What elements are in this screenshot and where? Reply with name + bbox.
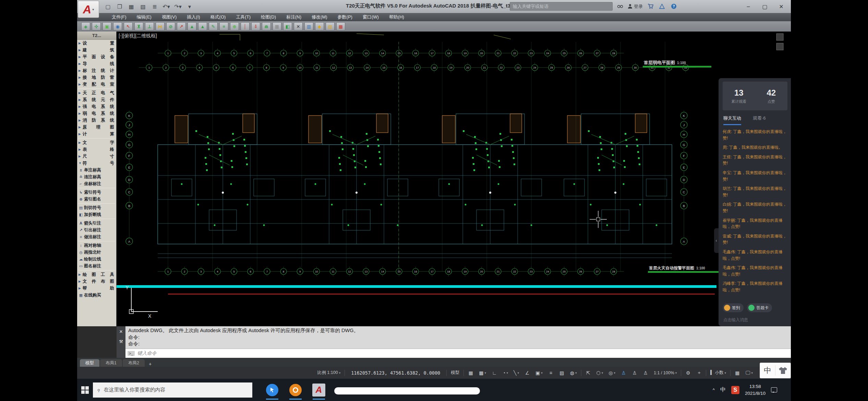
toolbar-icon-14[interactable]: ≡ <box>219 22 228 31</box>
toolbar-icon-25[interactable]: ▩ <box>336 22 345 31</box>
tray-ime-indicator[interactable]: 中 <box>720 386 726 393</box>
close-icon[interactable]: ✕ <box>119 329 123 334</box>
ortho-toggle[interactable]: ∟ <box>489 368 499 377</box>
notification-center-icon[interactable] <box>771 387 777 392</box>
palette-item-强电系统[interactable]: ▶强电系统 <box>77 103 116 110</box>
toolbar-icon-6[interactable]: ⊻ <box>134 22 143 31</box>
palette-item-设置[interactable]: ▶设置 <box>77 40 116 47</box>
toolbar-icon-13[interactable]: ✎ <box>209 22 218 31</box>
scale-person-2[interactable]: ♙ <box>640 368 651 377</box>
grid-toggle[interactable]: ▦ <box>466 368 476 377</box>
ime-language-indicator[interactable]: 中 <box>760 365 775 376</box>
menu-8[interactable]: 标注(N) <box>281 13 306 21</box>
infocenter-search-input[interactable]: 输入关键字或短语 <box>510 2 613 11</box>
annotation-scale-person[interactable]: ♙ <box>618 368 629 377</box>
taskbar-clock[interactable]: 13:58 2021/8/10 <box>745 383 765 397</box>
menu-3[interactable]: 视图(V) <box>157 13 182 21</box>
ime-float-toolbar[interactable]: 中 <box>760 363 791 378</box>
palette-item-原理图[interactable]: ▶原理图 <box>77 124 116 131</box>
save-as-icon[interactable]: ▧ <box>139 2 147 11</box>
panel-collapse-handle[interactable]: ‹ <box>714 228 719 253</box>
model-space-toggle[interactable]: 模型 <box>448 368 462 377</box>
palette-item-单注标高[interactable]: ±单注标高 <box>77 167 116 173</box>
chat-tab-聊天互动[interactable]: 聊天互动 <box>723 115 741 125</box>
toolbar-icon-19[interactable]: ▦ <box>273 22 281 31</box>
isodraft-toggle[interactable]: ╲▾ <box>511 368 521 377</box>
lineweight-toggle[interactable]: ≡ <box>546 368 556 377</box>
menu-4[interactable]: 插入(I) <box>182 13 205 21</box>
chat-button-答题卡[interactable]: 答题卡 <box>747 303 772 312</box>
selection-cycling-toggle[interactable]: ◍▾ <box>568 368 579 377</box>
menu-11[interactable]: 窗口(W) <box>358 13 384 21</box>
taskbar-search-input[interactable]: ⌕ 在这里输入你要搜索的内容 <box>93 382 252 398</box>
palette-item-箭头引注[interactable]: A箭头引注 <box>77 220 116 227</box>
taskbar-app-autocad[interactable]: A <box>311 380 326 400</box>
palette-item-符号[interactable]: ▼符号 <box>77 160 116 167</box>
autocad-app-menu-button[interactable]: A ▾ <box>78 1 99 18</box>
toolbar-icon-12[interactable]: ▲ <box>198 22 207 31</box>
menu-7[interactable]: 绘图(D) <box>256 13 281 21</box>
open-file-icon[interactable]: ❒ <box>116 2 124 11</box>
command-input-row[interactable]: >_ 键入命令 <box>125 349 791 358</box>
chat-input[interactable]: 点击输入消息 <box>723 316 787 324</box>
menu-6[interactable]: 工具(T) <box>231 13 256 21</box>
close-button[interactable]: ✕ <box>774 1 789 12</box>
toolbar-icon-24[interactable]: ▧ <box>326 22 335 31</box>
store-cart-icon[interactable] <box>646 2 654 11</box>
ime-skin-icon[interactable] <box>775 367 791 374</box>
sogou-input-icon[interactable]: S <box>731 386 739 394</box>
toolbar-icon-1[interactable]: ◈ <box>81 22 90 31</box>
toolbar-icon-10[interactable]: ↗ <box>177 22 186 31</box>
palette-item-接地防雷[interactable]: ▶接地防雷 <box>77 74 116 81</box>
layout-tab-布局2[interactable]: 布局2 <box>123 359 145 367</box>
palette-item-加折断线[interactable]: ◧加折断线 <box>77 211 116 218</box>
autoscale-person[interactable]: ♙ <box>629 368 640 377</box>
palette-item-画对称轴[interactable]: ↕画对称轴 <box>77 242 116 249</box>
polar-toggle[interactable]: ◔▾ <box>500 368 510 377</box>
annotation-visibility-toggle[interactable]: ◎▾ <box>606 368 618 377</box>
annotation-monitor-toggle[interactable]: ⇱ <box>583 368 593 377</box>
command-prompt-icon[interactable]: >_ <box>128 351 135 356</box>
sign-in-button[interactable]: 登录 <box>628 3 643 10</box>
chat-button-签到[interactable]: 签到 <box>723 303 744 312</box>
toolbar-icon-22[interactable]: ▥ <box>304 22 313 31</box>
plot-icon[interactable]: ≣ <box>150 2 159 11</box>
toolbar-icon-5[interactable]: ↖ <box>124 22 133 31</box>
annotation-scale-selector[interactable]: 1:1 / 100%▾ <box>651 368 679 377</box>
toolbar-icon-16[interactable]: │ <box>241 22 250 31</box>
palette-item-做法标注[interactable]: ≡做法标注 <box>77 233 116 240</box>
palette-item-建筑[interactable]: ▶建筑 <box>77 47 116 53</box>
toolbar-icon-4[interactable]: ◉ <box>113 22 122 31</box>
calculator-icon[interactable]: ▦ <box>732 368 743 377</box>
toolbar-icon-23[interactable]: ◆ <box>315 22 324 31</box>
toolbar-icon-20[interactable]: ◧ <box>283 22 292 31</box>
display-monitor-icon[interactable]: 🖵▾ <box>743 368 755 377</box>
palette-item-在线购买[interactable]: ▦在线购买 <box>77 292 116 299</box>
palette-item-连注标高[interactable]: ≐连注标高 <box>77 173 116 180</box>
workspace-gear-icon[interactable]: ⚙ <box>683 368 693 377</box>
start-button[interactable] <box>77 379 93 401</box>
palette-item-尺寸[interactable]: ▶尺寸 <box>77 153 116 160</box>
palette-item-帮助[interactable]: ▶帮助 <box>77 285 116 292</box>
palette-item-文字[interactable]: ▶文字 <box>77 139 116 146</box>
toolbar-icon-8[interactable]: ⋈ <box>156 22 165 31</box>
dynamic-input-toggle[interactable]: ▣▾ <box>533 368 545 377</box>
menu-5[interactable]: 格式(O) <box>205 13 231 21</box>
palette-title[interactable]: T2... <box>77 32 116 40</box>
undo-button[interactable]: ↶▾ <box>162 2 170 11</box>
menu-9[interactable]: 修改(M) <box>306 13 333 21</box>
chat-tab-观看·6[interactable]: 观看·6 <box>753 115 766 125</box>
add-layout-button[interactable]: + <box>145 361 155 367</box>
palette-item-绘图工具[interactable]: ▶绘图工具 <box>77 271 116 278</box>
palette-item-天正电气[interactable]: ▶天正电气 <box>77 89 116 96</box>
menu-2[interactable]: 编辑(E) <box>132 13 157 21</box>
chat-message-list[interactable]: 何虎: 丁鑫，我来围观你的直播啦，赞!周: 丁鑫，我来围观你的直播啦。王煜: 丁… <box>723 129 787 301</box>
transparency-toggle[interactable]: ▨ <box>557 368 567 377</box>
isolate-plus-icon[interactable]: ＋ <box>694 368 704 377</box>
palette-item-计算[interactable]: ▶计算 <box>77 131 116 137</box>
save-icon[interactable]: ▦ <box>127 2 135 11</box>
qat-dropdown-icon[interactable]: ▾ <box>185 2 194 11</box>
workspace-toggle[interactable]: ⬡▾ <box>594 368 606 377</box>
a360-icon[interactable] <box>658 2 666 11</box>
palette-item-引出标注[interactable]: ↗引出标注 <box>77 227 116 233</box>
